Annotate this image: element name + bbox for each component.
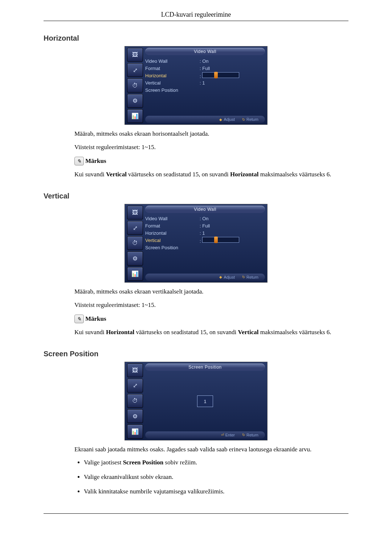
osd-row-label: Format: [145, 66, 200, 71]
horizontal-desc2: Viisteist reguleerimistaset: 1~15.: [74, 143, 348, 152]
osd-row-label: Screen Position: [145, 245, 200, 250]
osd-title: Screen Position: [145, 364, 265, 371]
osd-row-value: :: [200, 72, 254, 79]
vertical-desc1: Määrab, mitmeks osaks ekraan vertikaalse…: [74, 288, 348, 296]
page-header: LCD-kuvari reguleerimine: [44, 11, 348, 19]
osd-tab-icon: 📊: [127, 109, 143, 123]
osd-row-label: Vertical: [145, 238, 200, 243]
osd-screenshot-screen-position: Screen Position 🖼 ⤢ ⏱ ⚙ 📊 1 ⏎Enter ↻Retu…: [44, 362, 348, 440]
osd-tab-icon: 📊: [127, 424, 143, 438]
osd-footer: ◆Adjust ↻Return: [145, 274, 265, 281]
text-fragment: Kui suvandi: [74, 171, 106, 178]
list-item: Valige jaotisest Screen Position sobiv r…: [84, 459, 348, 466]
osd-row-label: Vertical: [145, 80, 200, 86]
section-title-horizontal: Horizontal: [44, 34, 348, 42]
osd-tab-icon: ⏱: [127, 236, 143, 250]
horizontal-desc1: Määrab, mitmeks osaks ekraan horisontaal…: [74, 130, 348, 138]
osd-footer-enter: Enter: [225, 433, 235, 437]
osd-row: Format: Full: [145, 222, 265, 230]
return-icon: ↻: [242, 118, 245, 122]
note-label: Märkus: [85, 315, 106, 323]
osd-title: Video Wall: [145, 206, 265, 213]
osd-row: Video Wall: On: [145, 57, 265, 65]
vertical-desc2: Viisteist reguleerimistaset: 1~15.: [74, 301, 348, 309]
osd-body: 1: [145, 373, 265, 430]
osd-row-label: Video Wall: [145, 58, 200, 64]
osd-tab-icon: ⤢: [127, 63, 143, 77]
osd-tab-icon: 📊: [127, 267, 143, 281]
osd-row-label: Format: [145, 223, 200, 229]
osd-tab-icon: ⚙: [127, 409, 143, 423]
osd-screenshot-vertical: Video Wall 🖼 ⤢ ⏱ ⚙ 📊 Video Wall: OnForma…: [44, 204, 348, 283]
osd-row-value: : On: [200, 58, 254, 64]
screen-position-bullets: Valige jaotisest Screen Position sobiv r…: [74, 459, 348, 495]
osd-tab-icon: ⏱: [127, 394, 143, 408]
enter-icon: ⏎: [221, 433, 224, 437]
adjust-icon: ◆: [219, 275, 222, 279]
osd-footer-return: Return: [246, 275, 258, 279]
osd-row: Video Wall: On: [145, 215, 265, 222]
osd-footer-return: Return: [246, 117, 258, 122]
note-icon: ✎: [74, 157, 84, 165]
osd-footer-return: Return: [246, 433, 258, 437]
osd-slider: [202, 72, 239, 78]
list-item: Valige ekraanivalikust sobiv ekraan.: [84, 473, 348, 481]
osd-row-value: :: [200, 237, 254, 244]
osd-row-value: : Full: [200, 66, 254, 71]
screen-position-cell: 1: [197, 395, 213, 407]
osd-tab-column: 🖼 ⤢ ⏱ ⚙ 📊: [127, 48, 143, 123]
osd-row: Horizontal: 1: [145, 230, 265, 237]
osd-row: Vertical:: [145, 237, 265, 244]
osd-row-label: Horizontal: [145, 230, 200, 236]
text-bold: Vertical: [238, 329, 258, 336]
osd-tab-icon: 🖼: [127, 206, 143, 219]
text-fragment: maksimaalseks väärtuseks 6.: [258, 329, 331, 336]
note-label: Märkus: [85, 157, 106, 165]
osd-title: Video Wall: [145, 48, 265, 55]
osd-row: Screen Position: [145, 86, 265, 94]
text-fragment: väärtuseks on seadistatud 15, on suvandi: [127, 171, 230, 178]
note-icon: ✎: [74, 315, 84, 323]
text-fragment: väärtuseks on seadistatud 15, on suvandi: [134, 329, 238, 336]
osd-body: Video Wall: OnFormat: FullHorizontal: Ve…: [145, 57, 265, 114]
screen-position-desc1: Ekraani saab jaotada mitmeks osaks. Jaga…: [74, 446, 348, 454]
osd-row: Vertical: 1: [145, 79, 265, 86]
osd-tab-column: 🖼 ⤢ ⏱ ⚙ 📊: [127, 364, 143, 439]
osd-row-value: : Full: [200, 223, 254, 229]
osd-row-value: : On: [200, 216, 254, 221]
osd-tab-icon: ⤢: [127, 379, 143, 393]
text-bold: Horizontal: [230, 171, 258, 178]
osd-footer-adjust: Adjust: [224, 117, 235, 122]
osd-tab-icon: 🖼: [127, 48, 143, 62]
osd-row: Screen Position: [145, 244, 265, 251]
osd-screenshot-horizontal: Video Wall 🖼 ⤢ ⏱ ⚙ 📊 Video Wall: OnForma…: [44, 46, 348, 125]
vertical-note-text: Kui suvandi Horizontal väärtuseks on sea…: [74, 328, 348, 337]
osd-footer: ◆Adjust ↻Return: [145, 116, 265, 123]
osd-tab-icon: 🖼: [127, 364, 143, 377]
osd-row-value: : 1: [200, 230, 254, 236]
adjust-icon: ◆: [219, 118, 222, 122]
osd-row-label: Screen Position: [145, 87, 200, 93]
osd-tab-column: 🖼 ⤢ ⏱ ⚙ 📊: [127, 206, 143, 281]
text-bold: Vertical: [106, 171, 127, 178]
osd-footer-adjust: Adjust: [224, 275, 235, 279]
horizontal-note-text: Kui suvandi Vertical väärtuseks on seadi…: [74, 171, 348, 179]
osd-slider: [202, 237, 239, 243]
return-icon: ↻: [242, 275, 245, 279]
divider-bottom: [44, 513, 348, 514]
osd-tab-icon: ⏱: [127, 78, 143, 92]
osd-row: Horizontal:: [145, 72, 265, 79]
osd-tab-icon: ⤢: [127, 221, 143, 235]
list-item: Valik kinnitatakse numbrile vajutamisega…: [84, 488, 348, 495]
section-title-screen-position: Screen Position: [44, 350, 348, 358]
osd-body: Video Wall: OnFormat: FullHorizontal: 1V…: [145, 215, 265, 272]
osd-row-label: Horizontal: [145, 73, 200, 78]
osd-tab-icon: ⚙: [127, 251, 143, 265]
return-icon: ↻: [242, 433, 245, 437]
text-fragment: Kui suvandi: [74, 329, 106, 336]
text-bold: Horizontal: [106, 329, 134, 336]
osd-tab-icon: ⚙: [127, 94, 143, 108]
osd-row-label: Video Wall: [145, 216, 200, 221]
text-fragment: maksimaalseks väärtuseks 6.: [258, 171, 331, 178]
divider-top: [44, 21, 348, 21]
